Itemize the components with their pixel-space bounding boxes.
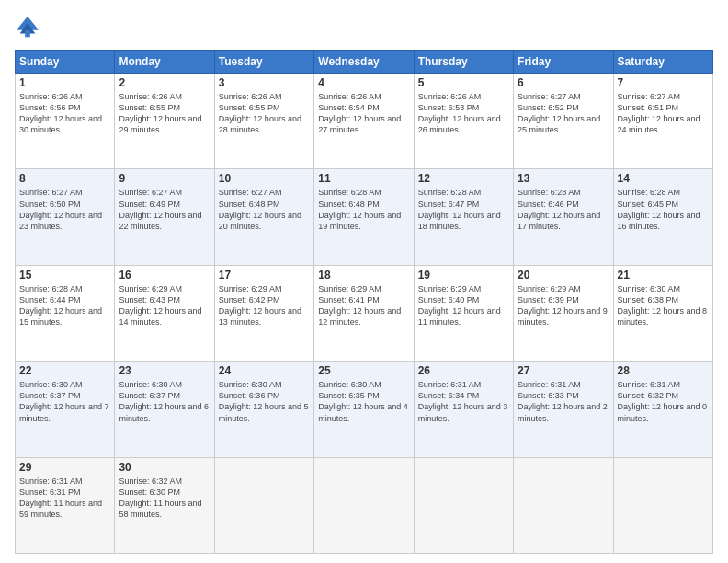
sunset-text: Sunset: 6:30 PM xyxy=(119,488,180,497)
day-number: 23 xyxy=(119,364,210,377)
sunrise-text: Sunrise: 6:28 AM xyxy=(318,188,381,197)
sunrise-text: Sunrise: 6:29 AM xyxy=(119,284,182,293)
sunrise-text: Sunrise: 6:30 AM xyxy=(19,380,83,389)
cell-details: Sunrise: 6:32 AM Sunset: 6:30 PM Dayligh… xyxy=(119,476,210,521)
sunset-text: Sunset: 6:53 PM xyxy=(418,103,480,112)
daylight-text: Daylight: 12 hours and 13 minutes. xyxy=(219,306,301,327)
calendar-cell xyxy=(514,457,613,553)
cell-details: Sunrise: 6:27 AM Sunset: 6:48 PM Dayligh… xyxy=(219,187,310,232)
calendar-cell: 3 Sunrise: 6:26 AM Sunset: 6:55 PM Dayli… xyxy=(214,74,313,169)
daylight-text: Daylight: 11 hours and 59 minutes. xyxy=(19,499,102,519)
sunset-text: Sunset: 6:35 PM xyxy=(318,391,380,400)
day-number: 28 xyxy=(618,364,709,377)
cell-details: Sunrise: 6:26 AM Sunset: 6:54 PM Dayligh… xyxy=(318,91,409,136)
sunset-text: Sunset: 6:32 PM xyxy=(618,391,679,400)
day-number: 7 xyxy=(618,76,709,89)
sunrise-text: Sunrise: 6:28 AM xyxy=(19,284,83,293)
calendar-cell: 12 Sunrise: 6:28 AM Sunset: 6:47 PM Dayl… xyxy=(414,169,513,265)
calendar-cell: 17 Sunrise: 6:29 AM Sunset: 6:42 PM Dayl… xyxy=(214,265,313,361)
calendar-cell xyxy=(314,457,414,553)
sunrise-text: Sunrise: 6:31 AM xyxy=(418,380,482,389)
sunset-text: Sunset: 6:48 PM xyxy=(318,200,380,209)
day-number: 14 xyxy=(618,172,709,185)
calendar-cell: 16 Sunrise: 6:29 AM Sunset: 6:43 PM Dayl… xyxy=(115,265,214,361)
daylight-text: Daylight: 12 hours and 20 minutes. xyxy=(219,211,301,231)
day-number: 26 xyxy=(418,364,509,377)
cell-details: Sunrise: 6:27 AM Sunset: 6:50 PM Dayligh… xyxy=(19,187,110,232)
sunset-text: Sunset: 6:38 PM xyxy=(618,295,679,304)
daylight-text: Daylight: 12 hours and 26 minutes. xyxy=(418,114,501,134)
cell-details: Sunrise: 6:27 AM Sunset: 6:49 PM Dayligh… xyxy=(119,187,210,232)
sunset-text: Sunset: 6:47 PM xyxy=(418,200,480,209)
cell-details: Sunrise: 6:28 AM Sunset: 6:46 PM Dayligh… xyxy=(518,187,609,232)
day-number: 2 xyxy=(119,76,210,89)
sunset-text: Sunset: 6:41 PM xyxy=(318,295,380,304)
sunset-text: Sunset: 6:56 PM xyxy=(19,103,81,112)
calendar-week-row: 22 Sunrise: 6:30 AM Sunset: 6:37 PM Dayl… xyxy=(16,362,713,457)
day-number: 11 xyxy=(318,172,409,185)
sunrise-text: Sunrise: 6:28 AM xyxy=(618,188,681,197)
day-number: 24 xyxy=(219,364,310,377)
calendar-cell: 13 Sunrise: 6:28 AM Sunset: 6:46 PM Dayl… xyxy=(514,169,613,265)
cell-details: Sunrise: 6:30 AM Sunset: 6:37 PM Dayligh… xyxy=(19,379,110,424)
sunset-text: Sunset: 6:48 PM xyxy=(219,200,280,209)
sunrise-text: Sunrise: 6:27 AM xyxy=(518,92,581,101)
daylight-text: Daylight: 12 hours and 27 minutes. xyxy=(318,114,401,134)
cell-details: Sunrise: 6:30 AM Sunset: 6:35 PM Dayligh… xyxy=(318,379,409,424)
sunset-text: Sunset: 6:52 PM xyxy=(518,103,579,112)
sunset-text: Sunset: 6:45 PM xyxy=(618,200,679,209)
sunset-text: Sunset: 6:37 PM xyxy=(19,391,81,400)
sunrise-text: Sunrise: 6:29 AM xyxy=(518,284,581,293)
cell-details: Sunrise: 6:28 AM Sunset: 6:45 PM Dayligh… xyxy=(618,187,709,232)
calendar-cell: 30 Sunrise: 6:32 AM Sunset: 6:30 PM Dayl… xyxy=(115,457,214,553)
daylight-text: Daylight: 12 hours and 30 minutes. xyxy=(19,114,102,134)
calendar-cell: 21 Sunrise: 6:30 AM Sunset: 6:38 PM Dayl… xyxy=(613,265,712,361)
cell-details: Sunrise: 6:27 AM Sunset: 6:51 PM Dayligh… xyxy=(618,91,709,136)
cell-details: Sunrise: 6:26 AM Sunset: 6:55 PM Dayligh… xyxy=(119,91,210,136)
day-number: 12 xyxy=(418,172,509,185)
calendar-week-row: 29 Sunrise: 6:31 AM Sunset: 6:31 PM Dayl… xyxy=(16,457,713,553)
svg-rect-2 xyxy=(25,30,30,37)
daylight-text: Daylight: 12 hours and 7 minutes. xyxy=(19,402,109,422)
sunrise-text: Sunrise: 6:26 AM xyxy=(119,92,182,101)
calendar-cell: 8 Sunrise: 6:27 AM Sunset: 6:50 PM Dayli… xyxy=(16,169,115,265)
header xyxy=(15,15,713,40)
calendar-cell: 14 Sunrise: 6:28 AM Sunset: 6:45 PM Dayl… xyxy=(613,169,712,265)
sunset-text: Sunset: 6:31 PM xyxy=(19,488,81,497)
day-number: 22 xyxy=(19,364,110,377)
daylight-text: Daylight: 12 hours and 29 minutes. xyxy=(119,114,201,134)
cell-details: Sunrise: 6:28 AM Sunset: 6:47 PM Dayligh… xyxy=(418,187,509,232)
sunset-text: Sunset: 6:55 PM xyxy=(219,103,280,112)
daylight-text: Daylight: 12 hours and 17 minutes. xyxy=(518,211,600,231)
daylight-text: Daylight: 12 hours and 22 minutes. xyxy=(119,211,201,231)
daylight-text: Daylight: 12 hours and 23 minutes. xyxy=(19,211,102,231)
cell-details: Sunrise: 6:31 AM Sunset: 6:33 PM Dayligh… xyxy=(518,379,609,424)
cell-details: Sunrise: 6:29 AM Sunset: 6:39 PM Dayligh… xyxy=(518,283,609,328)
weekday-header: Tuesday xyxy=(214,51,313,74)
cell-details: Sunrise: 6:31 AM Sunset: 6:31 PM Dayligh… xyxy=(19,476,110,521)
sunrise-text: Sunrise: 6:27 AM xyxy=(219,188,282,197)
sunset-text: Sunset: 6:55 PM xyxy=(119,103,180,112)
sunset-text: Sunset: 6:54 PM xyxy=(318,103,380,112)
cell-details: Sunrise: 6:30 AM Sunset: 6:37 PM Dayligh… xyxy=(119,379,210,424)
calendar-cell xyxy=(414,457,513,553)
daylight-text: Daylight: 12 hours and 4 minutes. xyxy=(318,402,408,422)
page: SundayMondayTuesdayWednesdayThursdayFrid… xyxy=(0,0,728,563)
calendar-cell: 11 Sunrise: 6:28 AM Sunset: 6:48 PM Dayl… xyxy=(314,169,414,265)
daylight-text: Daylight: 12 hours and 19 minutes. xyxy=(318,211,401,231)
daylight-text: Daylight: 12 hours and 2 minutes. xyxy=(518,402,608,422)
day-number: 1 xyxy=(19,76,110,89)
sunrise-text: Sunrise: 6:31 AM xyxy=(518,380,581,389)
daylight-text: Daylight: 12 hours and 11 minutes. xyxy=(418,306,501,327)
calendar-cell: 20 Sunrise: 6:29 AM Sunset: 6:39 PM Dayl… xyxy=(514,265,613,361)
calendar-cell: 28 Sunrise: 6:31 AM Sunset: 6:32 PM Dayl… xyxy=(613,362,712,457)
calendar-cell: 9 Sunrise: 6:27 AM Sunset: 6:49 PM Dayli… xyxy=(115,169,214,265)
calendar-cell: 23 Sunrise: 6:30 AM Sunset: 6:37 PM Dayl… xyxy=(115,362,214,457)
calendar-table: SundayMondayTuesdayWednesdayThursdayFrid… xyxy=(15,50,713,554)
day-number: 3 xyxy=(219,76,310,89)
sunset-text: Sunset: 6:39 PM xyxy=(518,295,579,304)
calendar-week-row: 1 Sunrise: 6:26 AM Sunset: 6:56 PM Dayli… xyxy=(16,74,713,169)
weekday-header: Wednesday xyxy=(314,51,414,74)
sunrise-text: Sunrise: 6:27 AM xyxy=(618,92,681,101)
weekday-header: Saturday xyxy=(613,51,712,74)
